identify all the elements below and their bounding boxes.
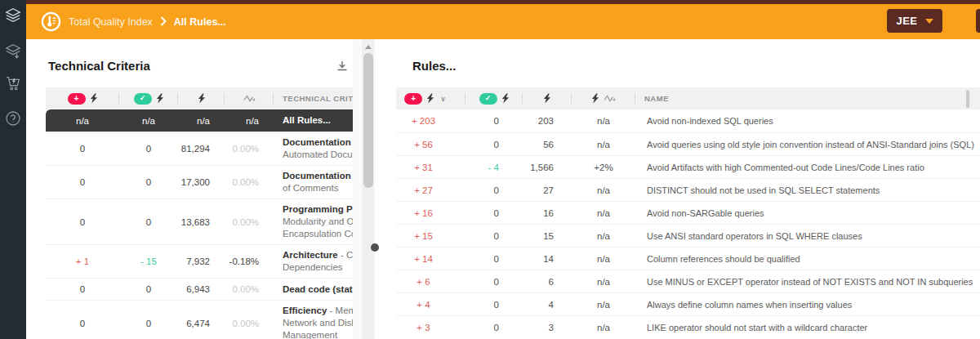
column-header[interactable]: ✓: [119, 87, 178, 109]
variation-percent: n/a: [572, 185, 635, 195]
scrollbar-up-arrow-icon[interactable]: [365, 45, 372, 49]
column-header[interactable]: [572, 87, 635, 109]
rule-name: Avoid Artifacts with high Commented-out …: [635, 163, 980, 172]
column-separator: [635, 93, 635, 104]
table-row[interactable]: + 14014n/aColumn references should be qu…: [396, 247, 980, 270]
breadcrumb-chevron-icon: [160, 15, 167, 29]
removed-count: 0: [466, 185, 523, 195]
total-count: 203: [523, 116, 572, 126]
rule-name: Column references should be qualified: [635, 254, 980, 264]
added-count: 0: [46, 284, 119, 294]
table-row[interactable]: 0013,6830.00%Programming PracticesModula…: [46, 198, 353, 244]
total-count: 6,474: [178, 319, 225, 328]
column-header[interactable]: +: [46, 87, 119, 109]
removed-violations-icon: ✓: [479, 93, 497, 105]
next-button-sliver[interactable]: [976, 9, 980, 33]
total-count: 56: [523, 140, 572, 149]
removed-count: 0: [466, 116, 523, 126]
variation-percent: n/a: [572, 140, 635, 149]
rules-table: +∨✓NAME + 2030203n/aAvoid non-indexed SQ…: [396, 87, 980, 338]
rules-scrollbar-thumb[interactable]: [966, 90, 969, 108]
table-row[interactable]: + 1- 157,932-0.18%Architecture - Circula…: [46, 244, 353, 278]
added-count: + 3: [396, 323, 466, 332]
table-row[interactable]: n/an/an/an/aAll Rules...: [46, 109, 353, 132]
table-row[interactable]: + 16016n/aAvoid non-SARGable queries: [396, 201, 980, 224]
layers-export-icon[interactable]: [0, 40, 26, 63]
violations-bolt-icon: [90, 93, 98, 104]
column-separator: [273, 93, 274, 104]
table-row[interactable]: + 15015n/aUse ANSI standard operators in…: [396, 224, 980, 247]
variation-percent: 0.00%: [225, 217, 274, 227]
chevron-down-icon: ∨: [440, 95, 446, 103]
variation-percent: 0.00%: [225, 177, 274, 187]
added-count: + 15: [396, 231, 466, 241]
rule-name: Avoid queries using old style join conve…: [635, 140, 980, 149]
total-count: 3: [523, 323, 572, 332]
column-header[interactable]: ✓: [466, 87, 523, 109]
technical-criteria-table-body: n/an/an/an/aAll Rules...0081,2940.00%Doc…: [46, 109, 353, 339]
technology-selector-button[interactable]: JEE: [887, 9, 942, 33]
removed-count: 0: [119, 319, 178, 328]
total-count: 27: [523, 185, 572, 195]
variation-percent: n/a: [572, 254, 635, 264]
table-row[interactable]: 0017,3000.00%Documentation -of Comments: [46, 165, 353, 198]
chevron-down-icon: [925, 19, 933, 24]
table-row[interactable]: + 27027n/aDISTINCT should not be used in…: [396, 178, 980, 201]
rules-panel: Rules... +∨✓NAME + 2030203n/aAvoid non-i…: [376, 49, 980, 339]
variation-percent: -0.18%: [225, 256, 274, 266]
added-count: + 14: [396, 254, 466, 264]
table-row[interactable]: + 303n/aLIKE operator should not start w…: [396, 315, 980, 338]
total-count: 81,294: [178, 144, 225, 154]
rule-name: LIKE operator should not start with a wi…: [635, 323, 980, 332]
variation-percent: n/a: [572, 300, 635, 310]
violations-bolt-icon: [591, 93, 599, 104]
table-row[interactable]: + 606n/aUse MINUS or EXCEPT operator ins…: [396, 270, 980, 292]
table-row[interactable]: 0081,2940.00%Documentation -Automated Do…: [46, 132, 353, 165]
added-count: 0: [46, 144, 119, 154]
column-separator: [522, 93, 523, 104]
added-violations-icon: +: [68, 93, 86, 105]
removed-count: 0: [466, 231, 523, 241]
column-header-name[interactable]: NAME: [635, 87, 980, 109]
added-count: 0: [46, 319, 119, 328]
criterion-name: Programming PracticesModularity and OOEn…: [274, 199, 353, 244]
variation-percent: n/a: [572, 231, 635, 241]
panel-splitter-handle[interactable]: [371, 243, 379, 252]
technical-criteria-table-header: +✓TECHNICAL CRITERIA: [46, 87, 353, 109]
removed-count: 0: [119, 284, 178, 294]
column-header[interactable]: [225, 87, 274, 109]
added-count: n/a: [46, 116, 119, 126]
download-icon[interactable]: [336, 60, 349, 73]
column-header[interactable]: [178, 87, 225, 109]
added-count: + 27: [396, 185, 466, 195]
added-count: + 16: [396, 208, 466, 218]
rule-name: DISTINCT should not be used in SQL SELEC…: [635, 185, 980, 195]
violations-bolt-icon: [501, 93, 510, 104]
removed-count: 0: [466, 140, 523, 149]
added-count: + 203: [396, 116, 466, 126]
table-row[interactable]: 006,9430.00%Dead code (statements): [46, 278, 353, 300]
help-icon[interactable]: [0, 107, 26, 130]
variation-percent: 0.00%: [225, 144, 274, 154]
table-row[interactable]: + 56056n/aAvoid queries using old style …: [396, 132, 980, 155]
table-row[interactable]: + 404n/aAlways define column names when …: [396, 292, 980, 315]
criterion-name: Dead code (statements): [274, 279, 353, 300]
removed-count: n/a: [119, 116, 178, 126]
removed-count: 0: [466, 323, 523, 332]
table-row[interactable]: 006,4740.00%Efficiency - Memory,Network …: [46, 300, 353, 339]
layers-icon[interactable]: [0, 4, 26, 27]
column-header-name[interactable]: TECHNICAL CRITERIA: [274, 87, 353, 109]
table-row[interactable]: + 2030203n/aAvoid non-indexed SQL querie…: [396, 109, 980, 132]
column-separator: [465, 93, 466, 104]
table-row[interactable]: + 31- 41,566+2%Avoid Artifacts with high…: [396, 155, 980, 178]
total-count: 4: [523, 300, 572, 310]
trend-icon: [243, 94, 256, 103]
variation-percent: n/a: [225, 116, 274, 126]
column-header[interactable]: [523, 87, 572, 109]
cart-bolt-icon[interactable]: [0, 72, 26, 95]
column-header[interactable]: +∨: [396, 87, 466, 109]
removed-count: - 15: [119, 256, 178, 266]
total-count: 7,932: [178, 256, 225, 266]
breadcrumb-root[interactable]: Total Quality Index: [69, 16, 153, 28]
vertical-scrollbar-thumb[interactable]: [363, 53, 373, 188]
